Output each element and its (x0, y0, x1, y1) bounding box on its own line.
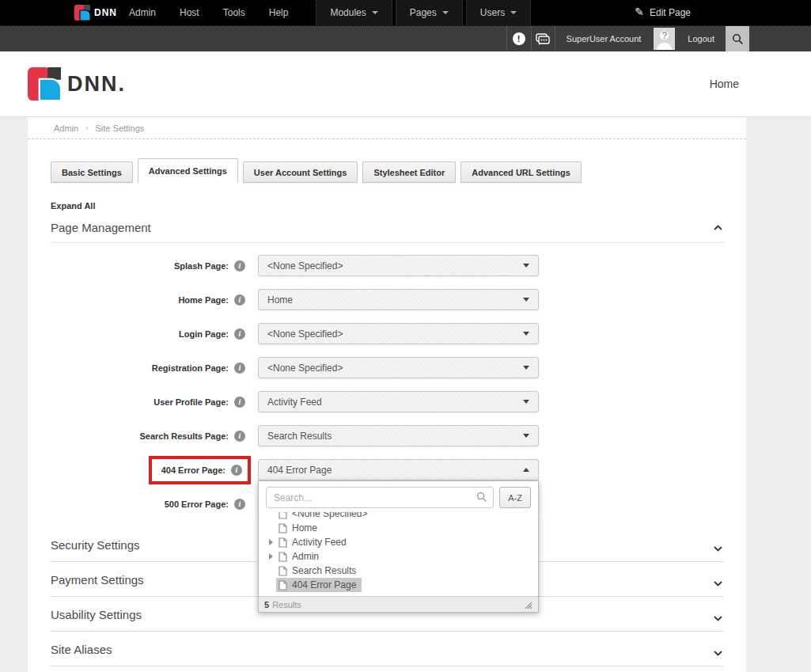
field-label: Registration Page: (152, 363, 229, 373)
list-item-search-results[interactable]: Search Results (259, 564, 538, 578)
splash-page-select[interactable]: <None Specified> (258, 255, 539, 276)
chat-bubbles-icon (536, 33, 550, 45)
list-item-label: <None Specified> (292, 512, 367, 519)
page-icon (279, 537, 287, 548)
page-icon (279, 552, 287, 562)
avatar[interactable]: ? (654, 28, 675, 50)
list-item-none-specified[interactable]: <None Specified> (259, 512, 538, 521)
menu-dropdown-pages[interactable]: Pages (396, 0, 463, 25)
field-row-splash-page: Splash Page:i <None Specified> (28, 255, 746, 276)
expand-all-link[interactable]: Expand All (51, 201, 746, 211)
page-icon (279, 523, 287, 533)
edit-page-button[interactable]: ✎ Edit Page (635, 0, 691, 25)
user-bar: ! SuperUser Account ? Logout (0, 26, 811, 51)
field-label: Home Page: (178, 295, 229, 305)
avatar-placeholder-glyph: ? (654, 30, 675, 41)
field-label: 500 Error Page: (165, 499, 229, 509)
chevron-down-icon (372, 11, 378, 14)
chevron-down-icon (714, 546, 722, 552)
avatar-silhouette-icon (657, 43, 672, 50)
list-item-home[interactable]: Home (259, 521, 538, 535)
list-item-404-error-page[interactable]: 404 Error Page (259, 578, 538, 592)
field-label: Splash Page: (174, 261, 229, 271)
info-icon[interactable]: i (234, 260, 245, 271)
chevron-down-icon (442, 11, 449, 14)
info-icon[interactable]: i (234, 328, 245, 340)
section-title: Site Aliases (51, 643, 112, 656)
registration-page-select[interactable]: <None Specified> (258, 357, 539, 378)
menu-dropdown-users[interactable]: Users (466, 0, 531, 25)
alert-icon: ! (513, 32, 525, 45)
select-value: Search Results (267, 431, 332, 442)
dnn-logo-text: DNN. (67, 72, 126, 97)
select-value: 404 Error Page (267, 465, 332, 476)
page-picker-dropdown: A-Z <None Specified> (258, 480, 539, 613)
menu-item-admin[interactable]: Admin (117, 0, 168, 25)
menu-dropdown-modules[interactable]: Modules (316, 0, 392, 25)
chevron-down-icon (714, 651, 722, 656)
info-icon[interactable]: i (234, 294, 245, 306)
menu-dropdown-group: Modules Pages Users (316, 0, 534, 25)
search-results-page-select[interactable]: Search Results (258, 425, 539, 446)
menu-item-help[interactable]: Help (257, 0, 301, 25)
notifications-button[interactable]: ! (506, 26, 531, 51)
select-value: Activity Feed (267, 397, 322, 408)
user-account-link[interactable]: SuperUser Account (555, 26, 653, 51)
breadcrumb: Admin › Site Settings (28, 117, 746, 139)
dropdown-search-row: A-Z (259, 481, 538, 512)
field-row-registration-page: Registration Page:i <None Specified> (28, 357, 746, 378)
menu-item-host[interactable]: Host (168, 0, 211, 25)
field-label: Search Results Page: (140, 431, 229, 441)
red-highlight-box: 404 Error Page: i (149, 456, 251, 484)
tab-stylesheet-editor[interactable]: Stylesheet Editor (362, 161, 456, 183)
search-button[interactable] (726, 26, 749, 51)
error-404-page-select[interactable]: 404 Error Page (258, 459, 539, 480)
content-panel: Admin › Site Settings Basic Settings Adv… (28, 117, 746, 672)
site-header: DNN. Home (0, 51, 811, 117)
menu-dropdown-users-label: Users (480, 7, 505, 18)
field-label: User Profile Page: (153, 397, 229, 407)
breadcrumb-separator-icon: › (85, 123, 88, 132)
info-icon[interactable]: i (234, 397, 245, 408)
field-row-404-error-page: 404 Error Page: i 404 Error Page (28, 459, 746, 480)
chevron-down-icon (523, 264, 529, 268)
list-item-label: Activity Feed (292, 537, 347, 548)
tab-user-account-settings[interactable]: User Account Settings (243, 161, 358, 183)
section-header-site-aliases[interactable]: Site Aliases (50, 632, 724, 666)
breadcrumb-admin[interactable]: Admin (54, 123, 78, 133)
list-item-label: Admin (292, 551, 319, 562)
tab-advanced-settings[interactable]: Advanced Settings (138, 158, 238, 183)
page-icon (279, 580, 287, 590)
chevron-down-icon (523, 366, 529, 370)
resize-handle-icon[interactable] (523, 600, 532, 609)
messages-button[interactable] (531, 26, 555, 51)
page-management-form: Splash Page:i <None Specified> Home Page… (28, 255, 746, 514)
tab-advanced-url-settings[interactable]: Advanced URL Settings (460, 161, 582, 183)
chevron-down-icon (714, 616, 722, 621)
chevron-down-icon (523, 332, 529, 336)
info-icon[interactable]: i (234, 431, 245, 442)
menu-item-tools[interactable]: Tools (211, 0, 257, 25)
login-page-select[interactable]: <None Specified> (258, 323, 539, 344)
home-page-select[interactable]: Home (258, 289, 539, 310)
nav-link-home[interactable]: Home (710, 78, 739, 90)
user-profile-page-select[interactable]: Activity Feed (258, 391, 539, 412)
breadcrumb-site-settings[interactable]: Site Settings (96, 123, 145, 133)
sort-az-button[interactable]: A-Z (499, 487, 531, 508)
search-icon (732, 33, 744, 45)
expand-arrow-icon[interactable] (269, 539, 273, 545)
pencil-icon: ✎ (635, 6, 644, 18)
info-icon[interactable]: i (234, 363, 245, 374)
logout-link[interactable]: Logout (676, 26, 726, 51)
search-input[interactable] (266, 487, 494, 508)
list-item-activity-feed[interactable]: Activity Feed (259, 535, 538, 549)
expand-arrow-icon[interactable] (269, 553, 273, 560)
page-icon (279, 566, 287, 576)
list-item-label: 404 Error Page (292, 579, 356, 590)
field-label: Login Page: (179, 329, 229, 339)
section-header-page-management[interactable]: Page Management (50, 221, 724, 243)
info-icon[interactable]: i (234, 499, 245, 510)
info-icon[interactable]: i (231, 465, 242, 476)
list-item-admin[interactable]: Admin (259, 549, 538, 564)
tab-basic-settings[interactable]: Basic Settings (51, 161, 133, 183)
